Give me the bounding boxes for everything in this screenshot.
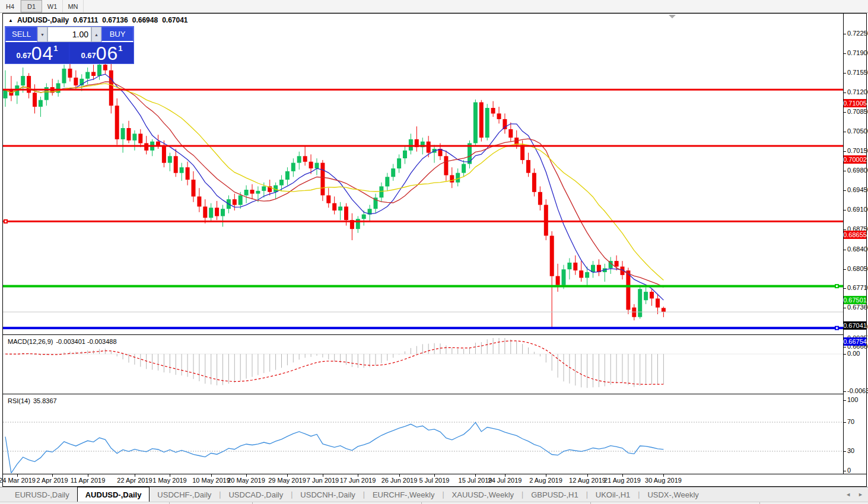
date-label: 7 Jun 2019 <box>307 477 339 484</box>
date-label: 17 Jun 2019 <box>340 477 376 484</box>
axis-tick-label: 0.69800 <box>847 167 868 174</box>
axis-tick <box>844 451 846 452</box>
chart-tab-usdcad[interactable]: USDCAD-,Daily <box>221 487 291 502</box>
tab-scroll-right-icon[interactable]: ► <box>858 492 863 497</box>
macd-pane[interactable]: MACD(12,26,9) -0.003401 -0.003488 <box>3 336 843 394</box>
chart-symbol-label: AUDUSD-,Daily <box>17 16 69 24</box>
mt4-app: H4D1W1MN ▲ AUDUSD-,Daily 0.67111 0.67136… <box>0 0 868 504</box>
axis-tick <box>844 308 846 308</box>
sell-button[interactable]: SELL <box>5 27 37 42</box>
axis-tick-label: 0.68050 <box>847 265 868 272</box>
macd-tick-label: -0.006326 <box>847 387 868 394</box>
volume-decrease-button[interactable]: ▼ <box>37 27 47 42</box>
chart-title: ▲ AUDUSD-,Daily 0.67111 0.67136 0.66948 … <box>8 16 188 24</box>
chart-tab-eurusd[interactable]: EURUSD-,Daily <box>7 487 77 502</box>
chart-tab-usdx[interactable]: USDX-,Weekly <box>640 487 706 502</box>
chart-tab-usdchf[interactable]: USDCHF-,Daily <box>150 487 219 502</box>
chart-tab-usdcnh[interactable]: USDCNH-,Daily <box>292 487 363 502</box>
level-price-badge: 0.71005 <box>844 99 866 107</box>
axis-tick <box>844 151 846 152</box>
axis-tick <box>844 471 846 471</box>
price-pane[interactable]: ▲ AUDUSD-,Daily 0.67111 0.67136 0.66948 … <box>3 14 843 334</box>
axis-tick <box>844 354 846 355</box>
date-label: 20 May 2019 <box>227 477 265 484</box>
axis-tick-label: 0.70500 <box>847 127 868 135</box>
level-price-badge: 0.66754 <box>844 337 866 346</box>
rsi-tick-label: 100 <box>847 396 858 403</box>
axis-tick <box>844 422 846 423</box>
level-price-badge: 0.67501 <box>844 296 866 304</box>
axis-tick-label: 0.70150 <box>847 147 868 154</box>
rsi-name: RSI(14) <box>8 397 30 404</box>
volume-input[interactable]: 1.00 <box>47 27 91 42</box>
ohlc-open: 0.67111 <box>73 16 98 24</box>
macd-values: -0.003401 -0.003488 <box>56 338 116 345</box>
date-label: 26 Jun 2019 <box>381 477 418 484</box>
axis-tick <box>844 250 846 250</box>
date-label: 22 Apr 2019 <box>117 477 152 484</box>
chart-tab-gbpusd[interactable]: GBPUSD-,H1 <box>523 487 586 502</box>
chevron-down-icon: ▼ <box>40 33 44 37</box>
axis-tick-label: 0.67710 <box>847 284 868 291</box>
axis-tick <box>844 269 846 270</box>
date-label: 30 Aug 2019 <box>645 477 682 484</box>
macd-name: MACD(12,26,9) <box>8 338 53 345</box>
axis-tick-label: 0.71200 <box>847 88 868 95</box>
date-label: 5 Jul 2019 <box>419 477 450 484</box>
rsi-tick-label: 30 <box>847 447 854 454</box>
buy-price-display[interactable]: 0.67 06 1 <box>70 43 133 63</box>
ohlc-low: 0.66948 <box>132 16 158 24</box>
rsi-value: 35.8367 <box>33 397 57 404</box>
sell-price-small: 0.67 <box>16 51 31 60</box>
rsi-label: RSI(14) 35.8367 <box>8 397 57 404</box>
macd-chart <box>3 336 843 394</box>
axis-tick <box>844 112 846 113</box>
timeframe-button-w1[interactable]: W1 <box>42 0 63 12</box>
axis-tick <box>844 92 846 93</box>
axis-tick <box>844 210 846 210</box>
volume-increase-button[interactable]: ▲ <box>91 27 101 42</box>
axis-tick-label: 0.70850 <box>847 108 868 115</box>
chart-tab-eurchf[interactable]: EURCHF-,Weekly <box>365 487 443 502</box>
ohlc-high: 0.67136 <box>102 16 128 24</box>
chart-shift-icon <box>669 15 676 18</box>
date-label: 2 Aug 2019 <box>529 477 562 484</box>
date-axis[interactable]: 24 Mar 2019 2 Apr 2019 11 Apr 2019 22 Ap… <box>3 474 866 486</box>
rsi-tick-label: 70 <box>847 418 854 425</box>
level-price-badge: 0.70002 <box>844 155 866 164</box>
date-label: 11 Apr 2019 <box>71 477 106 484</box>
rsi-tick-label: 0 <box>847 467 851 474</box>
rsi-chart <box>3 395 843 473</box>
axis-tick-label: 0.69450 <box>847 186 868 193</box>
chevron-up-icon: ▲ <box>94 33 98 37</box>
timeframe-toolbar: H4D1W1MN <box>0 0 868 13</box>
axis-tick <box>844 34 846 34</box>
timeframe-button-h4[interactable]: H4 <box>0 0 21 12</box>
axis-tick-label: 0.71900 <box>847 49 868 56</box>
sell-price-display[interactable]: 0.67 04 1 <box>5 43 69 63</box>
rsi-pane[interactable]: RSI(14) 35.8367 <box>3 395 843 473</box>
price-axis[interactable]: 0.72250 0.71900 0.71550 0.71200 0.70850 … <box>843 14 866 474</box>
sell-price-pip: 1 <box>53 44 58 53</box>
date-label: 29 May 2019 <box>268 477 306 484</box>
axis-tick <box>844 229 846 230</box>
chart-tab-xauusd[interactable]: XAUUSD-,Weekly <box>444 487 522 502</box>
axis-tick-label: 0.67360 <box>847 304 868 311</box>
current-price-badge: 0.67041 <box>844 321 866 330</box>
macd-tick-label: 0.00 <box>847 350 860 357</box>
date-label: 2 Apr 2019 <box>36 477 68 484</box>
axis-tick <box>844 391 846 392</box>
timeframe-button-mn[interactable]: MN <box>63 0 84 12</box>
date-label: 24 Jul 2019 <box>488 477 522 484</box>
date-label: 12 Aug 2019 <box>569 477 606 484</box>
chart-window: ▲ AUDUSD-,Daily 0.67111 0.67136 0.66948 … <box>2 13 867 487</box>
date-label: 21 Aug 2019 <box>604 477 641 484</box>
buy-button[interactable]: BUY <box>101 27 133 42</box>
chart-collapse-icon[interactable]: ▲ <box>8 18 13 23</box>
chart-tab-ukoil[interactable]: UKOil-,H1 <box>588 487 638 502</box>
chart-tab-audusd[interactable]: AUDUSD-,Daily <box>77 487 150 502</box>
timeframe-button-d1[interactable]: D1 <box>21 0 42 12</box>
status-strip <box>0 502 868 504</box>
tab-scroll-left-icon[interactable]: ◄ <box>845 492 851 497</box>
axis-tick-label: 0.69100 <box>847 206 868 213</box>
